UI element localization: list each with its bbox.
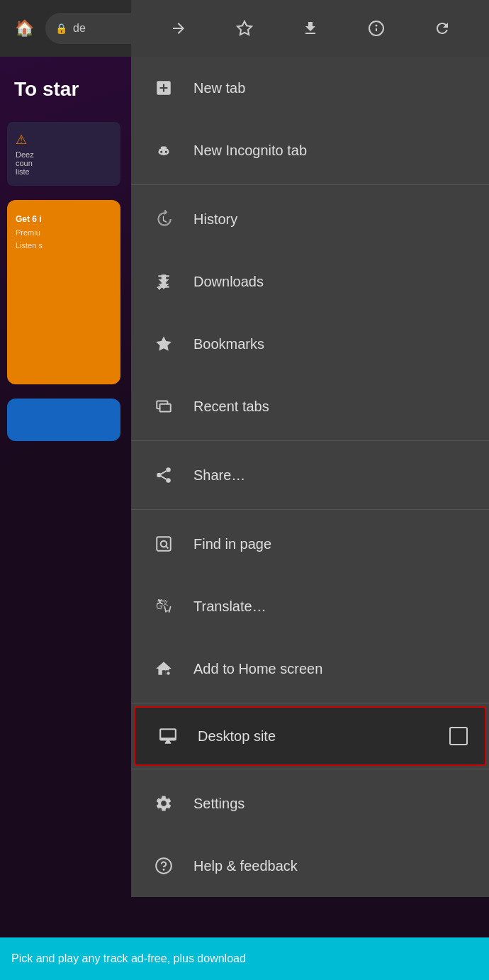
svg-point-14 [157,473,162,478]
incognito-label: New Incognito tab [193,143,472,159]
divider-2 [131,440,489,441]
svg-text:文: 文 [162,599,169,606]
forward-button[interactable] [162,11,196,45]
translate-icon: G 文 [148,591,179,622]
help-label: Help & feedback [193,858,472,874]
svg-marker-0 [237,21,252,35]
desktop-site-label: Desktop site [198,728,449,745]
address-text: de [73,22,86,35]
menu-item-history[interactable]: History [131,188,489,250]
svg-line-17 [161,471,166,474]
downloads-label: Downloads [193,274,472,290]
menu-item-settings[interactable]: Settings [131,772,489,835]
history-label: History [193,211,472,228]
svg-rect-12 [160,404,171,412]
svg-point-7 [160,150,163,153]
page-heading: To star [0,57,135,108]
share-label: Share… [193,467,472,484]
svg-point-26 [156,858,172,874]
translate-label: Translate… [193,598,472,615]
blue-card [7,399,120,441]
dropdown-menu: New tab New Incognito tab [131,0,489,980]
menu-item-help[interactable]: Help & feedback [131,835,489,897]
lock-icon: 🔒 [55,23,67,34]
svg-marker-10 [156,336,172,351]
svg-point-8 [164,150,167,153]
menu-item-bookmarks[interactable]: Bookmarks [131,313,489,375]
bookmarks-label: Bookmarks [193,336,472,352]
svg-point-15 [166,478,171,483]
bookmarks-icon [148,328,179,360]
menu-item-add-home[interactable]: Add to Home screen [131,637,489,700]
find-label: Find in page [193,536,472,552]
add-home-label: Add to Home screen [193,661,472,677]
star-icon [236,20,253,37]
divider-4 [131,703,489,703]
new-tab-icon [148,72,179,104]
settings-icon [148,788,179,819]
download-icon [302,20,319,37]
menu-item-new-tab[interactable]: New tab [131,57,489,119]
svg-point-19 [161,541,167,547]
menu-body: New tab New Incognito tab [131,57,489,897]
refresh-icon [434,20,451,37]
svg-rect-6 [161,147,167,150]
menu-item-translate[interactable]: G 文 Translate… [131,575,489,637]
menu-item-downloads[interactable]: Downloads [131,250,489,313]
home-button[interactable]: 🏠 [9,13,40,44]
downloads-icon [148,266,179,297]
menu-item-incognito[interactable]: New Incognito tab [131,119,489,182]
svg-line-16 [161,477,166,479]
menu-toolbar [131,0,489,57]
warning-box: ⚠ Deez coun liste [7,122,120,186]
divider-3 [131,509,489,510]
history-icon [148,204,179,235]
orange-card-sub: Premiu [16,228,112,237]
refresh-button[interactable] [425,11,459,45]
recent-tabs-label: Recent tabs [193,399,472,415]
add-home-icon [148,653,179,684]
orange-card-listen: Listen s [16,241,112,250]
orange-card-text: Get 6 i [16,214,112,224]
menu-item-find[interactable]: Find in page [131,513,489,575]
incognito-icon [148,135,179,166]
bookmark-button[interactable] [227,11,262,45]
divider-1 [131,184,489,185]
forward-icon [170,20,187,37]
download-button[interactable] [293,11,327,45]
settings-label: Settings [193,796,472,812]
info-button[interactable] [359,11,393,45]
svg-rect-18 [157,537,171,551]
svg-point-13 [166,467,171,472]
menu-item-recent-tabs[interactable]: Recent tabs [131,375,489,438]
menu-item-desktop-site[interactable]: Desktop site [134,706,486,766]
find-icon [148,528,179,559]
desktop-icon [152,720,184,752]
help-icon [148,850,179,881]
svg-line-20 [166,546,168,548]
share-icon [148,460,179,491]
desktop-site-checkbox[interactable] [449,727,468,745]
info-icon [368,20,385,37]
warning-icon: ⚠ [16,132,112,147]
orange-card: Get 6 i Premiu Listen s [7,200,120,384]
new-tab-label: New tab [193,80,472,96]
warning-text: Deez coun liste [16,150,112,176]
page-content: To star ⚠ Deez coun liste Get 6 i Premiu… [0,57,135,980]
divider-5 [131,769,489,769]
menu-item-share[interactable]: Share… [131,444,489,506]
recent-tabs-icon [148,391,179,422]
